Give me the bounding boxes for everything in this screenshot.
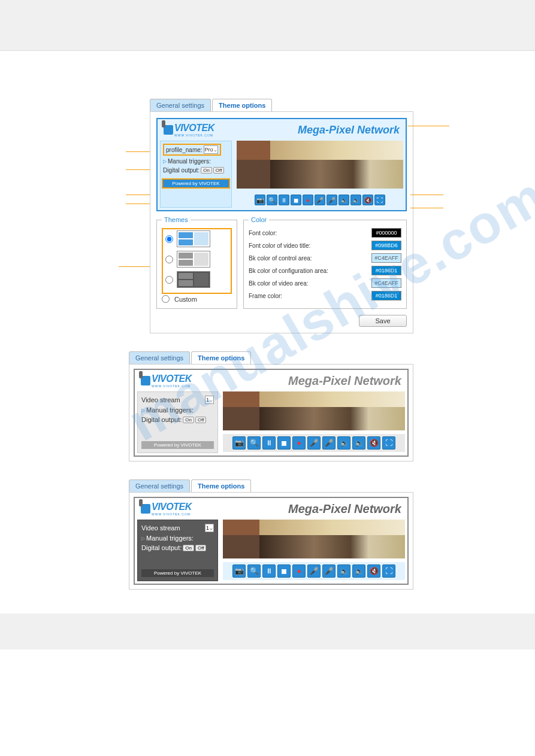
title-row: VIVOTEK WWW.VIVOTEK.COM Mega-Pixel Netwo… bbox=[160, 122, 403, 138]
expand-icon[interactable]: ▷ bbox=[141, 536, 145, 541]
profile-name-select[interactable]: Pro bbox=[204, 145, 218, 154]
digital-output-on-button[interactable]: On bbox=[201, 167, 212, 174]
tab-general-settings[interactable]: General settings bbox=[150, 99, 211, 111]
color-swatch[interactable]: #0186D1 bbox=[371, 266, 401, 275]
stop-icon[interactable]: ◼ bbox=[277, 436, 291, 450]
theme-option-dark[interactable] bbox=[164, 271, 229, 288]
record-icon[interactable]: ● bbox=[303, 195, 313, 205]
fullscreen-icon[interactable]: ⛶ bbox=[382, 436, 395, 450]
mic-down-icon[interactable]: 🎤 bbox=[315, 195, 325, 205]
stop-icon[interactable]: ◼ bbox=[277, 564, 291, 578]
video-stream-label: Video stream bbox=[141, 396, 180, 403]
zoom-icon[interactable]: 🔍 bbox=[247, 436, 261, 450]
record-icon[interactable]: ● bbox=[292, 564, 306, 578]
zoom-icon[interactable]: 🔍 bbox=[247, 564, 261, 578]
control-area: Video stream 1 ▷ Manual triggers: Digita… bbox=[137, 520, 218, 581]
vivotek-logo: VIVOTEK WWW.VIVOTEK.COM bbox=[141, 374, 192, 388]
manual-triggers-label: Manual triggers: bbox=[168, 158, 211, 165]
digital-output-off-button[interactable]: Off bbox=[195, 545, 207, 551]
mic-icon[interactable]: 🎤 bbox=[327, 195, 337, 205]
digital-output-off-button[interactable]: Off bbox=[213, 167, 225, 174]
speaker-mute-icon[interactable]: 🔇 bbox=[362, 195, 373, 205]
color-label: Frame color: bbox=[249, 293, 282, 299]
color-swatch[interactable]: #C4EAFF bbox=[371, 278, 401, 288]
mic-icon[interactable]: 🎤 bbox=[322, 436, 335, 450]
custom-label: Custom bbox=[174, 296, 197, 303]
fullscreen-icon[interactable]: ⛶ bbox=[374, 195, 385, 205]
logo-subtitle: WWW.VIVOTEK.COM bbox=[152, 512, 192, 516]
color-row: Frame color:#0186D1 bbox=[249, 291, 401, 300]
video-column: 📷🔍⏸◼●🎤🎤🔈🔈🔇⛶ bbox=[237, 141, 403, 208]
preview-frame: VIVOTEK WWW.VIVOTEK.COM Mega-Pixel Netwo… bbox=[156, 118, 407, 211]
theme-thumb-grey bbox=[177, 251, 210, 268]
color-swatch[interactable]: #C4EAFF bbox=[371, 253, 401, 263]
pause-icon[interactable]: ⏸ bbox=[262, 436, 276, 450]
record-icon[interactable]: ● bbox=[292, 436, 306, 450]
theme-option-blue[interactable] bbox=[164, 230, 229, 247]
theme-radio-dark[interactable] bbox=[165, 276, 173, 284]
control-area: Video stream 1 ▷ Manual triggers: Digita… bbox=[137, 391, 218, 453]
tab-theme-options[interactable]: Theme options bbox=[212, 99, 272, 111]
manual-triggers-label: Manual triggers: bbox=[146, 535, 194, 542]
color-label: Font color of video title: bbox=[249, 242, 310, 249]
save-button[interactable]: Save bbox=[359, 315, 407, 327]
theme-option-grey[interactable] bbox=[164, 251, 229, 268]
annotation-line bbox=[410, 208, 443, 208]
tab-general-settings[interactable]: General settings bbox=[129, 479, 190, 492]
fullscreen-icon[interactable]: ⛶ bbox=[382, 564, 395, 578]
page-title: Mega-Pixel Network bbox=[288, 374, 401, 388]
mic-icon[interactable]: 🎤 bbox=[322, 564, 335, 578]
speaker-icon[interactable]: 🔈 bbox=[338, 195, 349, 205]
tab-general-settings[interactable]: General settings bbox=[129, 351, 190, 364]
theme-option-custom[interactable]: Custom bbox=[162, 295, 232, 303]
digital-output-on-button[interactable]: On bbox=[183, 417, 194, 423]
theme-radio-custom[interactable] bbox=[162, 295, 170, 303]
expand-icon[interactable]: ▷ bbox=[141, 408, 145, 413]
video-column: 📷🔍⏸◼●🎤🎤🔈🔈🔇⛶ bbox=[223, 520, 405, 581]
color-row: Font color:#000000 bbox=[249, 228, 401, 238]
pause-icon[interactable]: ⏸ bbox=[262, 564, 276, 578]
preview-frame: VIVOTEK WWW.VIVOTEK.COM Mega-Pixel Netwo… bbox=[134, 369, 409, 457]
video-stream-select[interactable]: 1 bbox=[205, 396, 214, 404]
tab-theme-options[interactable]: Theme options bbox=[191, 479, 251, 492]
color-fieldset: Color Font color:#000000Font color of vi… bbox=[243, 216, 407, 309]
color-row: Font color of video title:#098BD6 bbox=[249, 241, 401, 250]
annotation-line bbox=[410, 195, 443, 195]
speaker-down-icon[interactable]: 🔈 bbox=[352, 436, 365, 450]
page-title: Mega-Pixel Network bbox=[298, 124, 400, 136]
camera-icon[interactable]: 📷 bbox=[232, 564, 246, 578]
logo-subtitle: WWW.VIVOTEK.COM bbox=[174, 133, 214, 137]
color-swatch[interactable]: #0186D1 bbox=[371, 291, 401, 300]
camera-icon[interactable]: 📷 bbox=[232, 436, 246, 450]
vivotek-logo: VIVOTEK WWW.VIVOTEK.COM bbox=[164, 123, 214, 137]
pause-icon[interactable]: ⏸ bbox=[279, 195, 289, 205]
digital-output-on-button[interactable]: On bbox=[183, 545, 194, 551]
speaker-mute-icon[interactable]: 🔇 bbox=[367, 564, 380, 578]
color-swatch[interactable]: #098BD6 bbox=[371, 241, 401, 250]
annotation-line bbox=[126, 195, 150, 195]
panel-dark-theme: General settings Theme options VIVOTEK W… bbox=[129, 479, 413, 590]
color-swatch[interactable]: #000000 bbox=[371, 228, 401, 238]
digital-output-off-button[interactable]: Off bbox=[195, 417, 207, 423]
speaker-icon[interactable]: 🔈 bbox=[337, 436, 350, 450]
stop-icon[interactable]: ◼ bbox=[291, 195, 301, 205]
expand-icon[interactable]: ▷ bbox=[163, 159, 167, 164]
themes-fieldset: Themes bbox=[156, 216, 237, 309]
speaker-mute-icon[interactable]: 🔇 bbox=[367, 436, 380, 450]
theme-radio-blue[interactable] bbox=[165, 235, 173, 243]
color-legend: Color bbox=[249, 216, 269, 223]
tab-theme-options[interactable]: Theme options bbox=[191, 351, 251, 364]
speaker-down-icon[interactable]: 🔈 bbox=[352, 564, 365, 578]
video-stream-select[interactable]: 1 bbox=[205, 524, 214, 532]
zoom-icon[interactable]: 🔍 bbox=[267, 195, 277, 205]
title-row: VIVOTEK WWW.VIVOTEK.COM Mega-Pixel Netwo… bbox=[137, 372, 405, 389]
camera-icon[interactable]: 📷 bbox=[255, 195, 265, 205]
speaker-icon[interactable]: 🔈 bbox=[337, 564, 350, 578]
manual-triggers-label: Manual triggers: bbox=[146, 406, 194, 414]
mic-down-icon[interactable]: 🎤 bbox=[307, 564, 321, 578]
theme-radio-grey[interactable] bbox=[165, 256, 173, 263]
speaker-down-icon[interactable]: 🔈 bbox=[350, 195, 361, 205]
annotation-line bbox=[126, 204, 150, 204]
mic-down-icon[interactable]: 🎤 bbox=[307, 436, 321, 450]
page-header bbox=[0, 0, 535, 51]
